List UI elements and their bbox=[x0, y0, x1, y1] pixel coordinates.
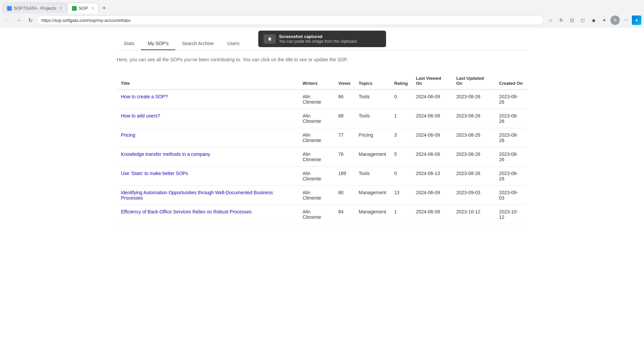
cell-topics-3: Management bbox=[355, 147, 390, 167]
toast-title: Screenshot captured bbox=[279, 34, 358, 39]
screenshot-toast: 📋 Screenshot captured You can paste the … bbox=[258, 31, 386, 47]
tab-sop-close[interactable]: ✕ bbox=[91, 6, 94, 10]
cell-created-4: 2023-08-26 bbox=[495, 167, 527, 186]
cell-last-updated-4: 2023-08-26 bbox=[452, 167, 495, 186]
tab-sop-label: SOP bbox=[79, 6, 88, 11]
cell-last-viewed-6: 2024-06-09 bbox=[412, 205, 452, 224]
reload-button[interactable]: ↻ bbox=[26, 15, 35, 25]
table-row: Identifying Automation Opportunities thr… bbox=[117, 186, 527, 205]
table-row: How to add users? Alin Climente 68 Tools… bbox=[117, 109, 527, 128]
cell-last-updated-3: 2023-08-26 bbox=[452, 147, 495, 167]
cell-last-updated-5: 2023-09-03 bbox=[452, 186, 495, 205]
tab-search-archive[interactable]: Search Archive bbox=[175, 37, 220, 50]
cell-views-1: 68 bbox=[334, 109, 355, 128]
col-rating: Rating bbox=[390, 72, 412, 90]
page-description: Here, you can see all the SOPs you've be… bbox=[117, 57, 527, 62]
toast-icon: 📋 bbox=[264, 34, 276, 44]
cell-last-updated-6: 2023-10-12 bbox=[452, 205, 495, 224]
cell-created-0: 2023-08-26 bbox=[495, 90, 527, 109]
sop-favicon bbox=[72, 6, 77, 11]
cell-topics-2: Pricing bbox=[355, 128, 390, 147]
sop-table: Title Writers Views Topics Rating Last V… bbox=[117, 72, 527, 224]
cell-writers-5: Alin Climente bbox=[299, 186, 334, 205]
cell-views-3: 76 bbox=[334, 147, 355, 167]
table-row: Efficiency of Back-Office Services Relie… bbox=[117, 205, 527, 224]
cell-views-0: 66 bbox=[334, 90, 355, 109]
tab-users[interactable]: Users bbox=[220, 37, 246, 50]
cell-title-2: Pricing bbox=[117, 128, 299, 147]
cell-rating-0: 0 bbox=[390, 90, 412, 109]
cell-created-5: 2023-09-03 bbox=[495, 186, 527, 205]
profile-button[interactable]: A bbox=[610, 15, 620, 25]
more-options-icon[interactable]: ⋯ bbox=[621, 15, 631, 25]
sop-link-4[interactable]: Use 'Stats' to make better SOPs bbox=[121, 171, 188, 176]
table-header: Title Writers Views Topics Rating Last V… bbox=[117, 72, 527, 90]
col-created-on: Created On bbox=[495, 72, 527, 90]
sop-link-3[interactable]: Knowledge transfer methods in a company bbox=[121, 151, 210, 157]
cell-title-6: Efficiency of Back-Office Services Relie… bbox=[117, 205, 299, 224]
table-row: Use 'Stats' to make better SOPs Alin Cli… bbox=[117, 167, 527, 186]
browser-chrome: SOFTGATA - Projects ✕ SOP ✕ + ← → ↻ ☆ ↻ … bbox=[0, 0, 644, 27]
forward-button[interactable]: → bbox=[14, 15, 24, 25]
cell-created-2: 2023-08-26 bbox=[495, 128, 527, 147]
split-icon[interactable]: ⊡ bbox=[567, 15, 577, 25]
bookmark-icon[interactable]: ☆ bbox=[546, 15, 555, 25]
cell-created-6: 2023-10-12 bbox=[495, 205, 527, 224]
cell-title-0: How to create a SOP? bbox=[117, 90, 299, 109]
sop-link-1[interactable]: How to add users? bbox=[121, 113, 160, 118]
col-last-updated-on: Last Updated On bbox=[452, 72, 495, 90]
refresh-icon[interactable]: ↻ bbox=[557, 15, 566, 25]
tab-sop[interactable]: SOP ✕ bbox=[68, 3, 99, 13]
address-input[interactable] bbox=[37, 15, 544, 25]
cell-topics-6: Management bbox=[355, 205, 390, 224]
address-bar-row: ← → ↻ ☆ ↻ ⊡ ◻ ◆ ✦ A ⋯ e bbox=[0, 13, 644, 27]
cell-writers-2: Alin Climente bbox=[299, 128, 334, 147]
cell-created-1: 2023-08-26 bbox=[495, 109, 527, 128]
cell-last-viewed-4: 2024-06-13 bbox=[412, 167, 452, 186]
tab-my-sops[interactable]: My SOP's bbox=[141, 37, 175, 50]
cell-topics-1: Tools bbox=[355, 109, 390, 128]
col-last-viewed-on: Last Viewed On bbox=[412, 72, 452, 90]
cell-title-5: Identifying Automation Opportunities thr… bbox=[117, 186, 299, 205]
tab-stats[interactable]: Stats bbox=[117, 37, 141, 50]
cell-topics-4: Tools bbox=[355, 167, 390, 186]
tab-softgata-label: SOFTGATA - Projects bbox=[14, 6, 56, 11]
table-row: Knowledge transfer methods in a company … bbox=[117, 147, 527, 167]
back-button[interactable]: ← bbox=[3, 15, 12, 25]
sop-link-0[interactable]: How to create a SOP? bbox=[121, 94, 168, 99]
cell-last-viewed-0: 2024-06-09 bbox=[412, 90, 452, 109]
table-row: Pricing Alin Climente 77 Pricing 3 2024-… bbox=[117, 128, 527, 147]
cell-last-updated-2: 2023-08-26 bbox=[452, 128, 495, 147]
tab-softgata-close[interactable]: ✕ bbox=[60, 6, 63, 10]
cell-rating-4: 0 bbox=[390, 167, 412, 186]
cell-title-4: Use 'Stats' to make better SOPs bbox=[117, 167, 299, 186]
tab-softgata[interactable]: SOFTGATA - Projects ✕ bbox=[3, 3, 67, 13]
sop-link-6[interactable]: Efficiency of Back-Office Services Relie… bbox=[121, 209, 252, 214]
col-writers: Writers bbox=[299, 72, 334, 90]
edge-logo: e bbox=[632, 15, 641, 25]
extensions-icon[interactable]: ◻ bbox=[578, 15, 588, 25]
tab-bar: SOFTGATA - Projects ✕ SOP ✕ + bbox=[0, 0, 644, 13]
copilot-icon[interactable]: ✦ bbox=[600, 15, 609, 25]
col-title: Title bbox=[117, 72, 299, 90]
table-header-row: Title Writers Views Topics Rating Last V… bbox=[117, 72, 527, 90]
cell-views-6: 84 bbox=[334, 205, 355, 224]
cell-views-4: 189 bbox=[334, 167, 355, 186]
cell-last-viewed-1: 2024-06-09 bbox=[412, 109, 452, 128]
cell-topics-5: Management bbox=[355, 186, 390, 205]
toast-text: Screenshot captured You can paste the im… bbox=[279, 34, 358, 44]
new-tab-button[interactable]: + bbox=[99, 3, 109, 13]
sop-link-2[interactable]: Pricing bbox=[121, 132, 136, 138]
cell-writers-1: Alin Climente bbox=[299, 109, 334, 128]
cell-writers-0: Alin Climente bbox=[299, 90, 334, 109]
cell-last-viewed-2: 2024-06-09 bbox=[412, 128, 452, 147]
sop-link-5[interactable]: Identifying Automation Opportunities thr… bbox=[121, 190, 273, 201]
cell-title-1: How to add users? bbox=[117, 109, 299, 128]
softgata-favicon bbox=[7, 6, 12, 11]
cell-last-viewed-3: 2024-06-09 bbox=[412, 147, 452, 167]
cell-rating-5: 13 bbox=[390, 186, 412, 205]
cell-created-3: 2023-08-26 bbox=[495, 147, 527, 167]
cell-rating-1: 1 bbox=[390, 109, 412, 128]
collections-icon[interactable]: ◆ bbox=[589, 15, 598, 25]
cell-views-2: 77 bbox=[334, 128, 355, 147]
